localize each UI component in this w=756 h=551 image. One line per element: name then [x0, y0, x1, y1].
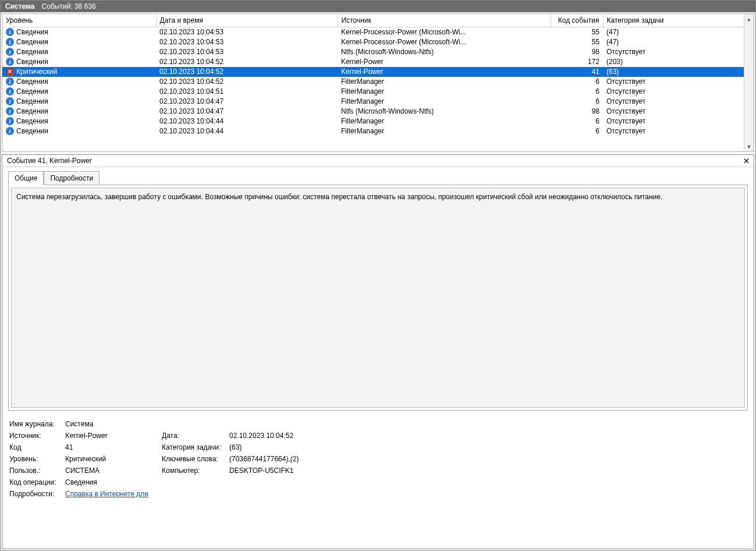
- cell-datetime: 02.10.2023 10:04:53: [156, 47, 338, 57]
- level-text: Сведения: [16, 117, 48, 125]
- cell-source: FilterManager: [338, 97, 551, 107]
- cell-task: (47): [603, 37, 754, 47]
- scroll-down-icon[interactable]: ▼: [744, 142, 754, 151]
- level-text: Сведения: [16, 127, 48, 135]
- val-level: Критический: [65, 455, 158, 463]
- level-text: Сведения: [16, 107, 48, 115]
- info-icon: [6, 127, 14, 135]
- table-row[interactable]: Сведения02.10.2023 10:04:47FilterManager…: [2, 97, 754, 107]
- cell-event-id: 6: [551, 126, 603, 136]
- table-row[interactable]: Сведения02.10.2023 10:04:47Ntfs (Microso…: [2, 107, 754, 116]
- help-link[interactable]: Справка в Интернете для: [65, 490, 148, 498]
- cell-datetime: 02.10.2023 10:04:53: [156, 37, 338, 47]
- table-row[interactable]: Сведения02.10.2023 10:04:53Kernel-Proces…: [2, 27, 754, 38]
- cell-event-id: 6: [551, 116, 603, 126]
- cell-event-id: 55: [551, 27, 603, 38]
- level-text: Критический: [16, 68, 57, 76]
- lbl-date: Дата:: [162, 432, 226, 440]
- cell-source: Ntfs (Microsoft-Windows-Ntfs): [338, 47, 551, 57]
- col-level[interactable]: Уровень: [2, 14, 156, 27]
- log-title-bar: Система Событий: 38 636: [1, 1, 755, 12]
- cell-datetime: 02.10.2023 10:04:51: [156, 87, 338, 97]
- cell-source: Kernel-Power: [338, 57, 551, 67]
- cell-source: Kernel-Processor-Power (Microsoft-Wi...: [338, 27, 551, 38]
- table-row[interactable]: Сведения02.10.2023 10:04:52Kernel-Power1…: [2, 57, 754, 67]
- val-source: Kernel-Power: [65, 432, 158, 440]
- events-table[interactable]: Уровень Дата и время Источник Код событи…: [2, 14, 754, 136]
- info-icon: [6, 97, 14, 105]
- lbl-more-info: Подробности:: [9, 490, 62, 498]
- lbl-level: Уровень:: [9, 455, 62, 463]
- info-icon: [6, 107, 14, 115]
- cell-event-id: 98: [551, 47, 603, 57]
- cell-task: Отсутствует: [603, 126, 754, 136]
- cell-task: Отсутствует: [603, 116, 754, 126]
- table-row[interactable]: Сведения02.10.2023 10:04:52FilterManager…: [2, 77, 754, 87]
- val-user: СИСТЕМА: [65, 467, 158, 475]
- cell-source: FilterManager: [338, 126, 551, 136]
- cell-event-id: 41: [551, 67, 603, 77]
- cell-task: (63): [603, 67, 754, 77]
- info-icon: [6, 58, 14, 66]
- cell-datetime: 02.10.2023 10:04:44: [156, 126, 338, 136]
- events-scrollbar[interactable]: ▲ ▼: [744, 14, 754, 151]
- info-icon: [6, 48, 14, 56]
- cell-datetime: 02.10.2023 10:04:47: [156, 107, 338, 116]
- col-source[interactable]: Источник: [338, 14, 551, 27]
- val-task-category: (63): [229, 443, 404, 451]
- scroll-up-icon[interactable]: ▲: [744, 14, 754, 24]
- info-icon: [6, 28, 14, 36]
- cell-event-id: 172: [551, 57, 603, 67]
- lbl-computer: Компьютер:: [162, 467, 226, 475]
- col-datetime[interactable]: Дата и время: [156, 14, 338, 27]
- cell-task: Отсутствует: [603, 87, 754, 97]
- table-row[interactable]: Сведения02.10.2023 10:04:44FilterManager…: [2, 116, 754, 126]
- event-description: Система перезагрузилась, завершив работу…: [11, 188, 745, 408]
- cell-source: FilterManager: [338, 87, 551, 97]
- table-row[interactable]: Сведения02.10.2023 10:04:53Kernel-Proces…: [2, 37, 754, 47]
- cell-datetime: 02.10.2023 10:04:52: [156, 77, 338, 87]
- col-event-id[interactable]: Код события: [551, 14, 603, 27]
- val-keywords: (70368744177664),(2): [229, 455, 404, 463]
- level-text: Сведения: [16, 58, 48, 66]
- info-icon: [6, 117, 14, 125]
- close-icon[interactable]: ✕: [741, 156, 751, 165]
- cell-datetime: 02.10.2023 10:04:53: [156, 27, 338, 38]
- cell-source: Ntfs (Microsoft-Windows-Ntfs): [338, 107, 551, 116]
- level-text: Сведения: [16, 87, 48, 96]
- cell-event-id: 6: [551, 97, 603, 107]
- error-icon: [6, 68, 14, 76]
- cell-source: Kernel-Power: [338, 67, 551, 77]
- level-text: Сведения: [16, 38, 48, 46]
- cell-task: Отсутствует: [603, 47, 754, 57]
- level-text: Сведения: [16, 97, 48, 105]
- tab-general[interactable]: Общие: [8, 171, 44, 185]
- info-icon: [6, 38, 14, 46]
- col-task-category[interactable]: Категория задачи: [603, 14, 754, 27]
- cell-datetime: 02.10.2023 10:04:44: [156, 116, 338, 126]
- level-text: Сведения: [16, 28, 48, 36]
- table-row[interactable]: Критический02.10.2023 10:04:52Kernel-Pow…: [2, 67, 754, 77]
- lbl-keywords: Ключевые слова:: [162, 455, 226, 463]
- cell-task: (47): [603, 27, 754, 38]
- cell-datetime: 02.10.2023 10:04:47: [156, 97, 338, 107]
- events-count: Событий: 38 636: [42, 2, 96, 10]
- cell-task: Отсутствует: [603, 77, 754, 87]
- val-opcode: Сведения: [65, 478, 404, 486]
- cell-source: FilterManager: [338, 116, 551, 126]
- lbl-source: Источник:: [9, 432, 62, 440]
- cell-event-id: 98: [551, 107, 603, 116]
- tab-details[interactable]: Подробности: [44, 171, 100, 185]
- table-header-row[interactable]: Уровень Дата и время Источник Код событи…: [2, 14, 754, 27]
- lbl-task-category: Категория задачи:: [162, 443, 226, 451]
- lbl-user: Пользов.:: [9, 467, 62, 475]
- log-title: Система: [5, 2, 35, 10]
- cell-task: (203): [603, 57, 754, 67]
- table-row[interactable]: Сведения02.10.2023 10:04:53Ntfs (Microso…: [2, 47, 754, 57]
- cell-event-id: 55: [551, 37, 603, 47]
- table-row[interactable]: Сведения02.10.2023 10:04:44FilterManager…: [2, 126, 754, 136]
- table-row[interactable]: Сведения02.10.2023 10:04:51FilterManager…: [2, 87, 754, 97]
- cell-source: Kernel-Processor-Power (Microsoft-Wi...: [338, 37, 551, 47]
- cell-task: Отсутствует: [603, 97, 754, 107]
- cell-task: Отсутствует: [603, 107, 754, 116]
